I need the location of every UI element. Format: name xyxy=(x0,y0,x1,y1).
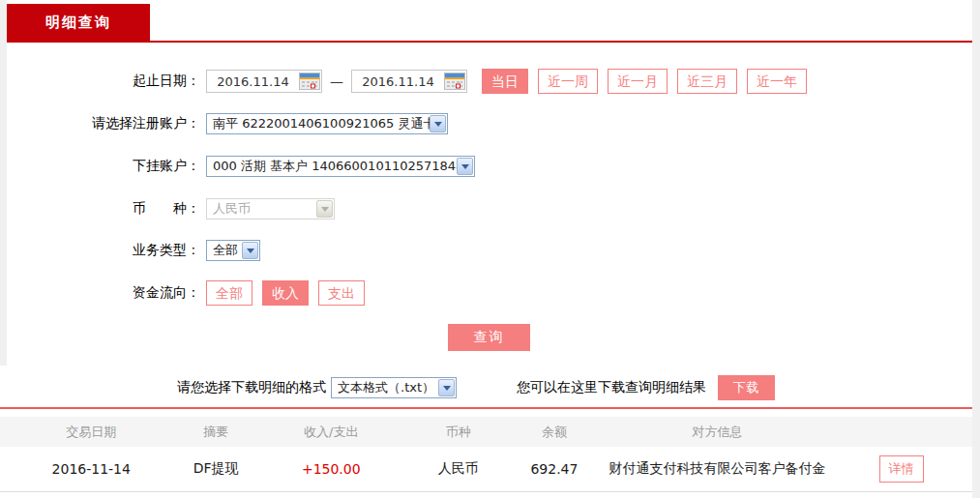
register-account-value: 南平 6222001406100921065 灵通卡 xyxy=(213,115,447,132)
currency-select: 人民币 xyxy=(206,198,335,220)
column-header-balance: 余额 xyxy=(504,424,605,441)
chevron-down-icon xyxy=(316,200,333,218)
sub-account-row: 下挂账户： 000 活期 基本户 1406600101102571848 xyxy=(7,154,972,179)
sub-account-select[interactable]: 000 活期 基本户 1406600101102571848 xyxy=(206,156,475,177)
start-date-value: 2016.11.14 xyxy=(207,74,299,89)
table-header-row: 交易日期 摘要 收入/支出 币种 余额 对方信息 xyxy=(0,417,972,447)
query-panel: 明细查询 起止日期： 2016.11.14 — 2016.11 xyxy=(7,0,972,366)
column-header-counterparty: 对方信息 xyxy=(605,424,830,441)
fund-flow-label: 资金流向： xyxy=(7,284,200,302)
cell-currency: 人民币 xyxy=(413,460,504,478)
calendar-icon[interactable] xyxy=(299,73,320,90)
download-hint: 您可以在这里下载查询明细结果 xyxy=(517,379,706,396)
fund-flow-all-button[interactable]: 全部 xyxy=(206,280,252,306)
cell-counterparty: 财付通支付科技有限公司客户备付金 xyxy=(605,460,830,478)
cell-date: 2016-11-14 xyxy=(0,461,183,477)
date-range-label: 起止日期： xyxy=(7,73,200,90)
quick-range-year-button[interactable]: 近一年 xyxy=(747,69,807,94)
chevron-down-icon xyxy=(457,158,473,175)
table-separator-line xyxy=(0,407,972,409)
register-account-row: 请选择注册账户： 南平 6222001406100921065 灵通卡 xyxy=(7,111,972,136)
quick-range-3months-button[interactable]: 近三月 xyxy=(677,69,737,94)
tab-detail-query[interactable]: 明细查询 xyxy=(7,4,150,41)
chevron-down-icon xyxy=(430,115,446,132)
column-header-amount: 收入/支出 xyxy=(250,424,413,441)
fund-flow-row: 资金流向： 全部 收入 支出 xyxy=(7,280,972,306)
tab-underline xyxy=(7,41,972,43)
end-date-input[interactable]: 2016.11.14 xyxy=(351,70,467,93)
column-header-summary: 摘要 xyxy=(183,424,250,441)
cell-balance: 692.47 xyxy=(504,461,605,477)
column-header-date: 交易日期 xyxy=(0,424,183,441)
chevron-down-icon xyxy=(242,242,258,259)
download-button[interactable]: 下载 xyxy=(718,375,775,400)
quick-range-week-button[interactable]: 近一周 xyxy=(538,69,598,94)
business-type-select[interactable]: 全部 xyxy=(206,240,260,261)
download-row: 请您选择下载明细的格式 文本格式（.txt） 您可以在这里下载查询明细结果 下载 xyxy=(0,373,972,402)
business-type-label: 业务类型： xyxy=(7,242,200,259)
download-format-select[interactable]: 文本格式（.txt） xyxy=(331,377,457,398)
register-account-select[interactable]: 南平 6222001406100921065 灵通卡 xyxy=(206,113,448,134)
start-date-input[interactable]: 2016.11.14 xyxy=(206,70,322,93)
date-separator: — xyxy=(330,73,343,89)
chevron-down-icon xyxy=(438,379,455,396)
currency-label: 币 种： xyxy=(7,200,200,218)
query-button[interactable]: 查询 xyxy=(448,324,530,351)
quick-range-month-button[interactable]: 近一月 xyxy=(608,69,668,94)
cell-summary: DF提现 xyxy=(183,460,250,478)
quick-range-today-button[interactable]: 当日 xyxy=(482,69,528,94)
sub-account-value: 000 活期 基本户 1406600101102571848 xyxy=(213,158,474,175)
business-type-row: 业务类型： 全部 xyxy=(7,238,972,263)
cell-amount: +150.00 xyxy=(250,461,413,477)
fund-flow-expense-button[interactable]: 支出 xyxy=(318,280,365,306)
end-date-value: 2016.11.14 xyxy=(352,74,444,89)
download-format-label: 请您选择下载明细的格式 xyxy=(177,379,326,396)
currency-row: 币 种： 人民币 xyxy=(7,196,972,221)
detail-button[interactable]: 详情 xyxy=(879,455,924,483)
calendar-icon[interactable] xyxy=(444,73,465,90)
results-panel: 请您选择下载明细的格式 文本格式（.txt） 您可以在这里下载查询明细结果 下载… xyxy=(0,366,972,498)
fund-flow-income-button[interactable]: 收入 xyxy=(262,280,309,306)
sub-account-label: 下挂账户： xyxy=(7,158,200,175)
table-row: 2016-11-14 DF提现 +150.00 人民币 692.47 财付通支付… xyxy=(0,447,972,492)
date-range-row: 起止日期： 2016.11.14 — 2016.11.14 xyxy=(7,69,972,94)
register-account-label: 请选择注册账户： xyxy=(7,115,200,132)
column-header-currency: 币种 xyxy=(413,424,504,441)
